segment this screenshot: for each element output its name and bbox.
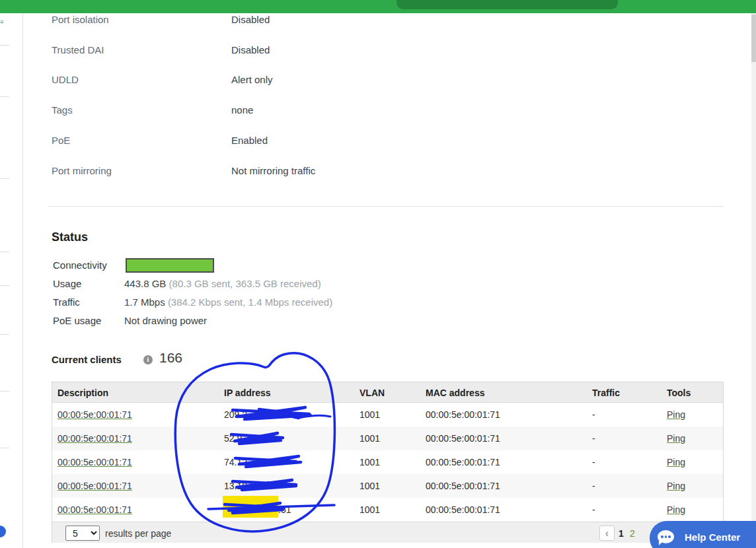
client-description-link[interactable]: 00:00:5e:00:01:71	[57, 481, 132, 491]
client-mac: 00:00:5e:00:01:71	[426, 409, 500, 420]
pagination-page-2[interactable]: 2	[630, 528, 635, 539]
usage-detail: (80.3 GB sent, 363.5 GB received)	[169, 278, 321, 289]
client-vlan: 1001	[359, 409, 380, 420]
traffic-value: 1.7 Mbps	[124, 296, 165, 308]
setting-label: PoE	[52, 135, 70, 146]
pagination-page-1[interactable]: 1	[619, 528, 624, 539]
client-traffic: -	[592, 409, 595, 420]
client-mac: 00:00:5e:00:01:71	[426, 457, 500, 467]
top-nav-bar	[0, 0, 756, 13]
usage-label: Usage	[53, 278, 81, 289]
client-ip: 74.12	[224, 457, 247, 467]
col-header-traffic[interactable]: Traffic	[592, 388, 620, 398]
col-header-vlan[interactable]: VLAN	[359, 388, 385, 398]
client-traffic: -	[592, 433, 595, 444]
sidebar-divider	[0, 96, 9, 97]
col-header-mac[interactable]: MAC address	[426, 388, 484, 398]
sidebar-divider	[0, 252, 9, 252]
poe-usage-label: PoE usage	[53, 315, 101, 326]
client-vlan: 1001	[359, 433, 380, 444]
sidebar-divider	[0, 334, 9, 335]
client-ip: 13.107	[224, 481, 252, 491]
traffic-label: Traffic	[53, 296, 80, 308]
setting-row: Tags none	[52, 104, 646, 118]
setting-label: Port isolation	[52, 14, 109, 25]
client-description-link[interactable]: 00:00:5e:00:01:71	[57, 457, 132, 467]
sidebar-badge	[0, 526, 6, 537]
sidebar-divider	[0, 45, 9, 46]
setting-row: PoE Enabled	[52, 135, 646, 148]
results-per-page-select[interactable]: 5	[65, 526, 100, 541]
sidebar-divider	[0, 178, 9, 179]
setting-value: Disabled	[231, 14, 270, 25]
status-heading: Status	[52, 230, 88, 244]
clients-table: Description IP address VLAN MAC address …	[52, 382, 724, 543]
traffic-detail: (384.2 Kbps sent, 1.4 Mbps received)	[168, 296, 332, 308]
client-ip: 209.2	[224, 409, 247, 420]
client-vlan: 1001	[359, 504, 380, 515]
client-ip: 52.9	[224, 433, 242, 444]
table-row: 00:00:5e:00:01:71 .51 1001 00:00:5e:00:0…	[52, 498, 723, 522]
traffic-row: Traffic 1.7 Mbps (384.2 Kbps sent, 1.4 M…	[53, 296, 80, 308]
setting-label: Tags	[52, 104, 73, 116]
setting-value: Not mirroring traffic	[231, 165, 315, 176]
sidebar-edge: ≡	[0, 13, 23, 548]
connectivity-label: Connectivity	[53, 259, 107, 271]
table-header-row: Description IP address VLAN MAC address …	[52, 382, 723, 403]
usage-value: 443.8 GB	[124, 278, 166, 289]
sidebar-divider	[0, 391, 9, 392]
ping-link[interactable]: Ping	[667, 481, 685, 491]
table-row: 00:00:5e:00:01:71 13.107 1001 00:00:5e:0…	[52, 474, 723, 498]
setting-row: Port isolation Disabled	[52, 14, 646, 27]
sidebar-divider	[0, 448, 9, 448]
help-center-label: Help Center	[685, 531, 740, 543]
sidebar-link-fragment: ≡	[0, 19, 4, 25]
client-ip: .51	[278, 504, 291, 515]
table-footer: 5 results per page ‹ 1 2	[52, 522, 723, 543]
current-clients-heading: Current clients	[52, 354, 122, 365]
setting-label: Port mirroring	[52, 165, 112, 176]
client-traffic: -	[592, 504, 595, 515]
client-traffic: -	[592, 481, 595, 491]
col-header-description[interactable]: Description	[57, 388, 108, 398]
scrollbar-track[interactable]	[751, 13, 756, 548]
results-per-page-label: results per page	[105, 528, 171, 539]
setting-value: Disabled	[231, 44, 270, 55]
client-vlan: 1001	[359, 481, 380, 491]
setting-value: Enabled	[231, 135, 268, 146]
setting-label: UDLD	[52, 74, 79, 85]
chat-bubble-icon	[658, 530, 674, 545]
pagination-prev-button[interactable]: ‹	[599, 526, 615, 541]
client-mac: 00:00:5e:00:01:71	[426, 481, 500, 491]
header-search-button[interactable]	[397, 0, 618, 9]
table-row: 00:00:5e:00:01:71 74.12 1001 00:00:5e:00…	[52, 450, 723, 474]
ping-link[interactable]: Ping	[667, 457, 685, 467]
sidebar-divider	[0, 285, 9, 286]
connectivity-bar[interactable]	[126, 258, 214, 273]
setting-value: none	[231, 104, 253, 116]
help-center-button[interactable]: Help Center	[650, 521, 756, 548]
col-header-ip[interactable]: IP address	[224, 388, 271, 398]
client-description-link[interactable]: 00:00:5e:00:01:71	[57, 409, 132, 420]
client-mac: 00:00:5e:00:01:71	[426, 433, 500, 444]
col-header-tools[interactable]: Tools	[667, 388, 691, 398]
scrollbar-thumb[interactable]	[751, 15, 756, 62]
poe-usage-row: PoE usage Not drawing power	[53, 315, 101, 326]
current-clients-count: 166	[159, 350, 182, 366]
section-divider	[48, 206, 724, 207]
ping-link[interactable]: Ping	[667, 409, 685, 420]
setting-row: Port mirroring Not mirroring traffic	[52, 165, 646, 178]
client-mac: 00:00:5e:00:01:71	[426, 504, 500, 515]
setting-row: UDLD Alert only	[52, 74, 646, 87]
client-vlan: 1001	[359, 457, 380, 467]
ping-link[interactable]: Ping	[667, 504, 685, 515]
client-description-link[interactable]: 00:00:5e:00:01:71	[57, 433, 132, 444]
ping-link[interactable]: Ping	[667, 433, 685, 444]
table-row: 00:00:5e:00:01:71 52.9 1001 00:00:5e:00:…	[52, 427, 723, 450]
poe-usage-value: Not drawing power	[124, 315, 207, 326]
connectivity-row: Connectivity	[53, 259, 107, 271]
table-row: 00:00:5e:00:01:71 209.2 1001 00:00:5e:00…	[52, 403, 723, 427]
client-traffic: -	[592, 457, 595, 467]
info-icon[interactable]: i	[143, 355, 153, 364]
client-description-link[interactable]: 00:00:5e:00:01:71	[57, 504, 132, 515]
